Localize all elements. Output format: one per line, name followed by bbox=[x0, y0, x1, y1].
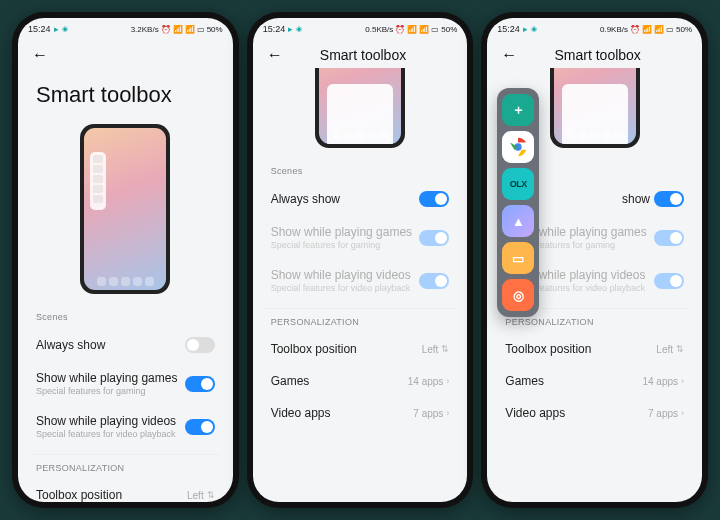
section-personalization: PERSONALIZATION bbox=[271, 317, 450, 327]
updown-icon: ⇅ bbox=[441, 344, 449, 354]
net-speed: 3.2KB/s bbox=[131, 25, 159, 34]
row-label: Always show bbox=[271, 192, 420, 206]
toggle-always-show[interactable] bbox=[654, 191, 684, 207]
row-value: Left bbox=[422, 344, 439, 355]
row-toolbox-position[interactable]: Toolbox position Left⇅ bbox=[503, 333, 686, 365]
screen-1: 15:24 ▸ ◉ 3.2KB/s ⏰ 📶 📶 ▭ 50% ← Smart to… bbox=[18, 18, 233, 502]
back-icon[interactable]: ← bbox=[32, 46, 48, 64]
toggle-always-show[interactable] bbox=[419, 191, 449, 207]
row-videos: Show while playing videos Special featur… bbox=[269, 259, 452, 302]
row-videos[interactable]: Show while playing videos Special featur… bbox=[34, 405, 217, 448]
toolbox-app-icon[interactable]: ◎ bbox=[502, 279, 534, 311]
toggle-videos bbox=[654, 273, 684, 289]
toggle-games bbox=[419, 230, 449, 246]
row-value: 7 apps bbox=[413, 408, 443, 419]
chevron-right-icon: › bbox=[681, 376, 684, 386]
signal-icon: 📶 bbox=[642, 25, 652, 34]
row-games: Show while playing games Special feature… bbox=[269, 216, 452, 259]
wifi-icon: 📶 bbox=[654, 25, 664, 34]
toolbox-files-icon[interactable]: ▭ bbox=[502, 242, 534, 274]
battery-icon: ▭ bbox=[666, 25, 674, 34]
section-personalization: PERSONALIZATION bbox=[36, 463, 215, 473]
preview-toolbar-icon bbox=[90, 152, 106, 210]
phone-frame-3: 15:24 ▸ ◉ 0.9KB/s ⏰ 📶 📶 ▭ 50% ← Smart to… bbox=[481, 12, 708, 508]
row-label: Toolbox position bbox=[36, 488, 187, 502]
row-games-apps[interactable]: Games 14 apps› bbox=[503, 365, 686, 397]
header: ← bbox=[18, 40, 233, 68]
row-toolbox-position[interactable]: Toolbox position Left⇅ bbox=[269, 333, 452, 365]
battery-icon: ▭ bbox=[431, 25, 439, 34]
play-icon: ▸ bbox=[288, 24, 293, 34]
battery-pct: 50% bbox=[207, 25, 223, 34]
status-bar: 15:24 ▸ ◉ 0.5KB/s ⏰ 📶 📶 ▭ 50% bbox=[253, 18, 468, 40]
row-toolbox-position[interactable]: Toolbox position Left⇅ bbox=[34, 479, 217, 502]
row-sub: Special features for gaming bbox=[271, 240, 420, 250]
toolbox-gallery-icon[interactable]: ▲ bbox=[502, 205, 534, 237]
header: ← Smart toolbox bbox=[487, 40, 702, 68]
section-scenes: Scenes bbox=[271, 166, 450, 176]
alarm-icon: ⏰ bbox=[161, 25, 171, 34]
toggle-games[interactable] bbox=[185, 376, 215, 392]
chevron-right-icon: › bbox=[446, 376, 449, 386]
updown-icon: ⇅ bbox=[207, 490, 215, 500]
battery-pct: 50% bbox=[676, 25, 692, 34]
row-games-apps[interactable]: Games 14 apps› bbox=[269, 365, 452, 397]
chevron-right-icon: › bbox=[446, 408, 449, 418]
net-speed: 0.9KB/s bbox=[600, 25, 628, 34]
play-icon: ▸ bbox=[54, 24, 59, 34]
row-label: Show while playing videos bbox=[36, 414, 185, 428]
updown-icon: ⇅ bbox=[676, 344, 684, 354]
row-value: Left bbox=[187, 490, 204, 501]
divider bbox=[30, 454, 221, 455]
status-time: 15:24 bbox=[28, 24, 51, 34]
row-label: Show while playing games bbox=[271, 225, 420, 239]
row-label: Always show bbox=[36, 338, 185, 352]
row-always-show[interactable]: Always show bbox=[269, 182, 452, 216]
row-value: 14 apps bbox=[642, 376, 678, 387]
app-badge-icon: ◉ bbox=[62, 25, 68, 33]
phone-frame-2: 15:24 ▸ ◉ 0.5KB/s ⏰ 📶 📶 ▭ 50% ← Smart to… bbox=[247, 12, 474, 508]
screen-2: 15:24 ▸ ◉ 0.5KB/s ⏰ 📶 📶 ▭ 50% ← Smart to… bbox=[253, 18, 468, 502]
signal-icon: 📶 bbox=[173, 25, 183, 34]
row-value: 7 apps bbox=[648, 408, 678, 419]
row-value: Left bbox=[656, 344, 673, 355]
battery-icon: ▭ bbox=[197, 25, 205, 34]
row-label: Games bbox=[505, 374, 642, 388]
row-sub: Special features for gaming bbox=[36, 386, 185, 396]
chevron-right-icon: › bbox=[681, 408, 684, 418]
alarm-icon: ⏰ bbox=[395, 25, 405, 34]
toggle-games bbox=[654, 230, 684, 246]
row-games[interactable]: Show while playing games Special feature… bbox=[34, 362, 217, 405]
toolbox-add-icon[interactable]: ＋ bbox=[502, 94, 534, 126]
signal-icon: 📶 bbox=[407, 25, 417, 34]
floating-toolbox[interactable]: ＋ OLX ▲ ▭ ◎ bbox=[497, 88, 539, 317]
row-label: Video apps bbox=[271, 406, 414, 420]
preview-device bbox=[550, 68, 640, 148]
toggle-videos[interactable] bbox=[185, 419, 215, 435]
app-badge-icon: ◉ bbox=[531, 25, 537, 33]
status-time: 15:24 bbox=[263, 24, 286, 34]
section-scenes: Scenes bbox=[36, 312, 215, 322]
page-title: Smart toolbox bbox=[273, 47, 454, 63]
row-label: Video apps bbox=[505, 406, 648, 420]
row-label: Show while playing videos bbox=[271, 268, 420, 282]
phone-frame-1: 15:24 ▸ ◉ 3.2KB/s ⏰ 📶 📶 ▭ 50% ← Smart to… bbox=[12, 12, 239, 508]
toolbox-chrome-icon[interactable] bbox=[502, 131, 534, 163]
preview-device bbox=[80, 124, 170, 294]
toggle-always-show[interactable] bbox=[185, 337, 215, 353]
row-label: Toolbox position bbox=[271, 342, 422, 356]
page-title: Smart toolbox bbox=[507, 47, 688, 63]
row-video-apps[interactable]: Video apps 7 apps› bbox=[269, 397, 452, 429]
net-speed: 0.5KB/s bbox=[365, 25, 393, 34]
row-always-show[interactable]: Always show bbox=[34, 328, 217, 362]
preview-device bbox=[315, 68, 405, 148]
row-label: Toolbox position bbox=[505, 342, 656, 356]
row-label: Games bbox=[271, 374, 408, 388]
row-video-apps[interactable]: Video apps 7 apps› bbox=[503, 397, 686, 429]
toolbox-olx-icon[interactable]: OLX bbox=[502, 168, 534, 200]
divider bbox=[265, 308, 456, 309]
app-badge-icon: ◉ bbox=[296, 25, 302, 33]
row-sub: Special features for video playback bbox=[271, 283, 420, 293]
row-value: 14 apps bbox=[408, 376, 444, 387]
wifi-icon: 📶 bbox=[419, 25, 429, 34]
